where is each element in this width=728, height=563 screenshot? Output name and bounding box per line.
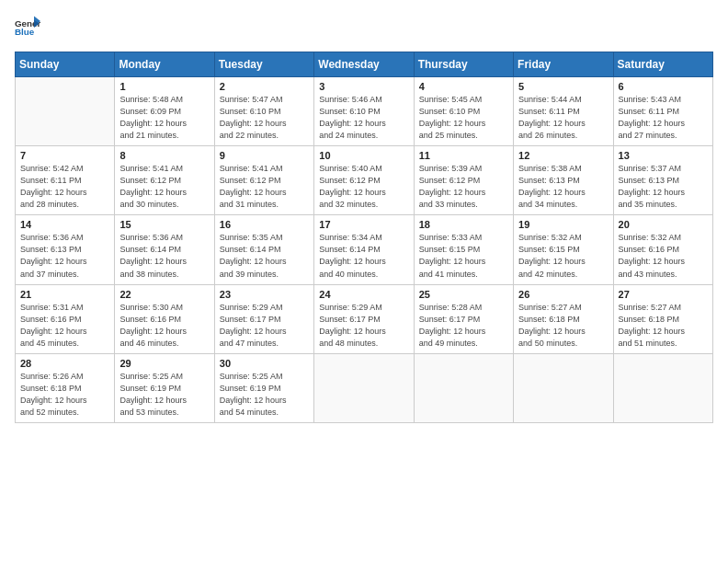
day-info: Sunrise: 5:44 AMSunset: 6:11 PMDaylight:…: [518, 94, 608, 142]
calendar-cell: 11Sunrise: 5:39 AMSunset: 6:12 PMDayligh…: [414, 146, 513, 215]
day-info: Sunrise: 5:38 AMSunset: 6:13 PMDaylight:…: [518, 163, 608, 211]
weekday-header-saturday: Saturday: [613, 52, 712, 77]
calendar-cell: [414, 353, 513, 422]
calendar-cell: 8Sunrise: 5:41 AMSunset: 6:12 PMDaylight…: [115, 146, 214, 215]
day-info: Sunrise: 5:29 AMSunset: 6:17 PMDaylight:…: [319, 302, 408, 350]
calendar-cell: 19Sunrise: 5:32 AMSunset: 6:15 PMDayligh…: [514, 215, 613, 284]
day-info: Sunrise: 5:33 AMSunset: 6:15 PMDaylight:…: [419, 232, 508, 280]
day-info: Sunrise: 5:27 AMSunset: 6:18 PMDaylight:…: [518, 302, 608, 350]
day-number: 24: [319, 289, 408, 300]
day-info: Sunrise: 5:41 AMSunset: 6:12 PMDaylight:…: [220, 163, 309, 211]
day-number: 5: [518, 81, 608, 92]
calendar-cell: 18Sunrise: 5:33 AMSunset: 6:15 PMDayligh…: [414, 215, 513, 284]
calendar-cell: 16Sunrise: 5:35 AMSunset: 6:14 PMDayligh…: [214, 215, 313, 284]
weekday-header-row: SundayMondayTuesdayWednesdayThursdayFrid…: [16, 52, 713, 77]
day-number: 25: [419, 289, 508, 300]
day-info: Sunrise: 5:48 AMSunset: 6:09 PMDaylight:…: [119, 94, 209, 142]
day-number: 16: [220, 219, 309, 230]
day-number: 19: [518, 219, 608, 230]
day-info: Sunrise: 5:29 AMSunset: 6:17 PMDaylight:…: [220, 302, 309, 350]
day-number: 22: [119, 289, 209, 300]
calendar-cell: 2Sunrise: 5:47 AMSunset: 6:10 PMDaylight…: [214, 77, 313, 146]
calendar-cell: 10Sunrise: 5:40 AMSunset: 6:12 PMDayligh…: [314, 146, 414, 215]
calendar-cell: 4Sunrise: 5:45 AMSunset: 6:10 PMDaylight…: [414, 77, 513, 146]
calendar-cell: 17Sunrise: 5:34 AMSunset: 6:14 PMDayligh…: [314, 215, 414, 284]
day-info: Sunrise: 5:30 AMSunset: 6:16 PMDaylight:…: [119, 302, 209, 350]
calendar-table: SundayMondayTuesdayWednesdayThursdayFrid…: [15, 52, 713, 423]
day-info: Sunrise: 5:36 AMSunset: 6:13 PMDaylight:…: [20, 232, 109, 280]
calendar-cell: 1Sunrise: 5:48 AMSunset: 6:09 PMDaylight…: [115, 77, 214, 146]
day-info: Sunrise: 5:31 AMSunset: 6:16 PMDaylight:…: [20, 302, 109, 350]
day-number: 4: [419, 81, 508, 92]
weekday-header-sunday: Sunday: [16, 52, 115, 77]
day-number: 15: [119, 219, 209, 230]
calendar-cell: 5Sunrise: 5:44 AMSunset: 6:11 PMDaylight…: [514, 77, 613, 146]
page-header: General Blue: [15, 15, 713, 40]
day-number: 21: [20, 289, 109, 300]
day-number: 17: [319, 219, 408, 230]
calendar-cell: 12Sunrise: 5:38 AMSunset: 6:13 PMDayligh…: [514, 146, 613, 215]
calendar-cell: 29Sunrise: 5:25 AMSunset: 6:19 PMDayligh…: [115, 353, 214, 422]
weekday-header-thursday: Thursday: [414, 52, 513, 77]
calendar-cell: 14Sunrise: 5:36 AMSunset: 6:13 PMDayligh…: [16, 215, 115, 284]
calendar-week-row: 21Sunrise: 5:31 AMSunset: 6:16 PMDayligh…: [16, 284, 713, 353]
day-info: Sunrise: 5:28 AMSunset: 6:17 PMDaylight:…: [419, 302, 508, 350]
day-info: Sunrise: 5:36 AMSunset: 6:14 PMDaylight:…: [119, 232, 209, 280]
day-info: Sunrise: 5:34 AMSunset: 6:14 PMDaylight:…: [319, 232, 408, 280]
calendar-cell: [514, 353, 613, 422]
weekday-header-tuesday: Tuesday: [214, 52, 313, 77]
day-number: 13: [619, 150, 708, 161]
day-number: 3: [319, 81, 408, 92]
calendar-week-row: 28Sunrise: 5:26 AMSunset: 6:18 PMDayligh…: [16, 353, 713, 422]
calendar-cell: 24Sunrise: 5:29 AMSunset: 6:17 PMDayligh…: [314, 284, 414, 353]
calendar-cell: 15Sunrise: 5:36 AMSunset: 6:14 PMDayligh…: [115, 215, 214, 284]
calendar-cell: 7Sunrise: 5:42 AMSunset: 6:11 PMDaylight…: [16, 146, 115, 215]
calendar-cell: 21Sunrise: 5:31 AMSunset: 6:16 PMDayligh…: [16, 284, 115, 353]
calendar-cell: 20Sunrise: 5:32 AMSunset: 6:16 PMDayligh…: [613, 215, 712, 284]
day-number: 23: [220, 289, 309, 300]
calendar-cell: 28Sunrise: 5:26 AMSunset: 6:18 PMDayligh…: [16, 353, 115, 422]
day-number: 7: [20, 150, 109, 161]
day-number: 1: [119, 81, 209, 92]
weekday-header-monday: Monday: [115, 52, 214, 77]
day-number: 2: [220, 81, 309, 92]
day-number: 27: [619, 289, 708, 300]
calendar-week-row: 14Sunrise: 5:36 AMSunset: 6:13 PMDayligh…: [16, 215, 713, 284]
calendar-cell: 6Sunrise: 5:43 AMSunset: 6:11 PMDaylight…: [613, 77, 712, 146]
calendar-cell: 22Sunrise: 5:30 AMSunset: 6:16 PMDayligh…: [115, 284, 214, 353]
weekday-header-friday: Friday: [514, 52, 613, 77]
day-info: Sunrise: 5:26 AMSunset: 6:18 PMDaylight:…: [20, 371, 109, 419]
calendar-cell: 27Sunrise: 5:27 AMSunset: 6:18 PMDayligh…: [613, 284, 712, 353]
day-number: 29: [119, 358, 209, 369]
day-info: Sunrise: 5:46 AMSunset: 6:10 PMDaylight:…: [319, 94, 408, 142]
weekday-header-wednesday: Wednesday: [314, 52, 414, 77]
calendar-cell: 3Sunrise: 5:46 AMSunset: 6:10 PMDaylight…: [314, 77, 414, 146]
calendar-week-row: 7Sunrise: 5:42 AMSunset: 6:11 PMDaylight…: [16, 146, 713, 215]
calendar-cell: [16, 77, 115, 146]
day-info: Sunrise: 5:41 AMSunset: 6:12 PMDaylight:…: [119, 163, 209, 211]
day-info: Sunrise: 5:32 AMSunset: 6:15 PMDaylight:…: [518, 232, 608, 280]
day-info: Sunrise: 5:37 AMSunset: 6:13 PMDaylight:…: [619, 163, 708, 211]
day-info: Sunrise: 5:47 AMSunset: 6:10 PMDaylight:…: [220, 94, 309, 142]
day-number: 20: [619, 219, 708, 230]
calendar-cell: 9Sunrise: 5:41 AMSunset: 6:12 PMDaylight…: [214, 146, 313, 215]
calendar-cell: 26Sunrise: 5:27 AMSunset: 6:18 PMDayligh…: [514, 284, 613, 353]
day-info: Sunrise: 5:25 AMSunset: 6:19 PMDaylight:…: [220, 371, 309, 419]
svg-text:Blue: Blue: [15, 27, 35, 37]
logo: General Blue: [15, 15, 40, 40]
day-info: Sunrise: 5:25 AMSunset: 6:19 PMDaylight:…: [119, 371, 209, 419]
day-number: 8: [119, 150, 209, 161]
day-number: 30: [220, 358, 309, 369]
calendar-cell: 25Sunrise: 5:28 AMSunset: 6:17 PMDayligh…: [414, 284, 513, 353]
day-number: 28: [20, 358, 109, 369]
logo-icon: General Blue: [15, 15, 40, 40]
day-number: 12: [518, 150, 608, 161]
day-number: 26: [518, 289, 608, 300]
day-info: Sunrise: 5:40 AMSunset: 6:12 PMDaylight:…: [319, 163, 408, 211]
day-info: Sunrise: 5:39 AMSunset: 6:12 PMDaylight:…: [419, 163, 508, 211]
day-number: 18: [419, 219, 508, 230]
day-info: Sunrise: 5:35 AMSunset: 6:14 PMDaylight:…: [220, 232, 309, 280]
calendar-cell: [314, 353, 414, 422]
day-number: 14: [20, 219, 109, 230]
day-info: Sunrise: 5:45 AMSunset: 6:10 PMDaylight:…: [419, 94, 508, 142]
